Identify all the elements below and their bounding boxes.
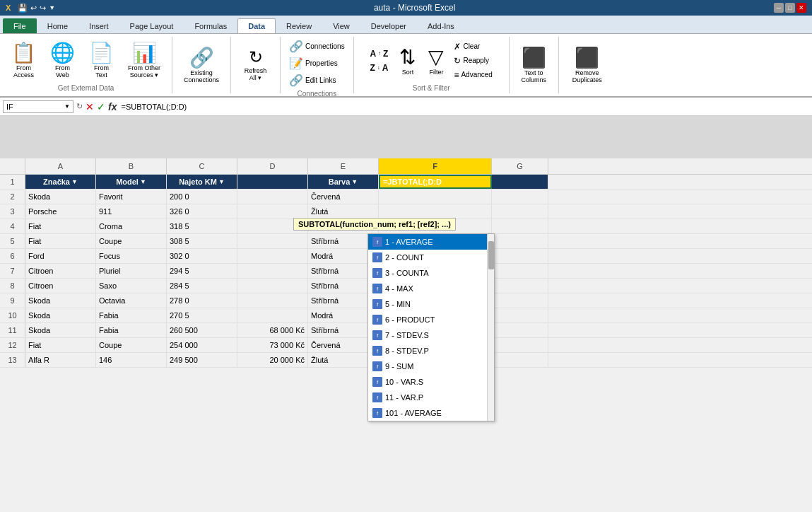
sort-button[interactable]: ⇅ Sort — [394, 42, 421, 78]
tab-view[interactable]: View — [322, 18, 360, 33]
cell-7b[interactable]: Pluriel — [96, 264, 167, 278]
cell-2e[interactable]: Červená — [308, 190, 379, 204]
formula-fx-icon[interactable]: fx — [108, 101, 117, 112]
cell-12b[interactable]: Coupe — [96, 338, 167, 352]
dropdown-item-4-max[interactable]: f 4 - MAX — [368, 281, 487, 296]
tab-review[interactable]: Review — [276, 18, 322, 33]
cell-3g[interactable] — [492, 204, 548, 219]
filter-button[interactable]: ▽ Filter — [423, 42, 449, 78]
cell-13g[interactable] — [492, 353, 548, 367]
cell-1d[interactable] — [237, 175, 308, 189]
cell-2d[interactable] — [237, 190, 308, 204]
model-dropdown-arrow[interactable]: ▼ — [140, 178, 146, 185]
col-header-e[interactable]: E — [308, 158, 379, 174]
dropdown-item-7-stdevs[interactable]: f 7 - STDEV.S — [368, 327, 487, 343]
najeto-dropdown-arrow[interactable]: ▼ — [218, 178, 225, 185]
cell-11c[interactable]: 260 500 — [167, 323, 237, 337]
sort-az-button[interactable]: A↑Z — [367, 47, 391, 60]
cell-9g[interactable] — [492, 293, 548, 308]
dropdown-item-10-vars[interactable]: f 10 - VAR.S — [368, 374, 487, 390]
cell-4g[interactable] — [492, 219, 548, 233]
cell-13c[interactable]: 249 500 — [167, 353, 237, 367]
cell-8b[interactable]: Saxo — [96, 279, 167, 293]
customize-arrow[interactable]: ▼ — [49, 4, 55, 11]
tab-data[interactable]: Data — [237, 18, 276, 33]
from-other-sources-button[interactable]: 📊 From OtherSources ▾ — [122, 38, 166, 81]
cell-2f[interactable] — [379, 190, 492, 204]
col-header-a[interactable]: A — [25, 158, 96, 174]
properties-button[interactable]: 📝 Properties — [286, 55, 348, 71]
cell-5c[interactable]: 308 5 — [167, 234, 237, 248]
dropdown-item-6-product[interactable]: f 6 - PRODUCT — [368, 312, 487, 327]
formula-refresh-icon[interactable]: ↻ — [76, 102, 83, 111]
dropdown-item-2-count[interactable]: f 2 - COUNT — [368, 250, 487, 265]
cell-4b[interactable]: Croma — [96, 219, 167, 233]
cell-1a[interactable]: Značka ▼ — [25, 175, 96, 189]
cell-3b[interactable]: 911 — [96, 204, 167, 219]
cell-1e[interactable]: Barva ▼ — [308, 175, 379, 189]
close-button[interactable]: ✕ — [796, 3, 806, 13]
col-header-g[interactable]: G — [492, 158, 548, 174]
cell-4a[interactable]: Fiat — [25, 219, 96, 233]
cell-10b[interactable]: Fabia — [96, 308, 167, 322]
cell-1g[interactable] — [492, 175, 548, 189]
col-header-b[interactable]: B — [96, 158, 167, 174]
dropdown-item-1-average[interactable]: f 1 - AVERAGE — [368, 234, 487, 250]
clear-button[interactable]: ✗ Clear — [451, 40, 495, 53]
cell-10d[interactable] — [237, 308, 308, 322]
formula-input[interactable] — [119, 101, 809, 112]
cell-2a[interactable]: Skoda — [25, 190, 96, 204]
formula-confirm-icon[interactable]: ✓ — [97, 101, 105, 112]
barva-dropdown-arrow[interactable]: ▼ — [351, 178, 358, 185]
cell-2c[interactable]: 200 0 — [167, 190, 237, 204]
cell-3f[interactable] — [379, 204, 492, 219]
cell-10g[interactable] — [492, 308, 548, 322]
advanced-button[interactable]: ≡ Advanced — [451, 69, 495, 81]
cell-10a[interactable]: Skoda — [25, 308, 96, 322]
quick-access-redo[interactable]: ↪ — [40, 4, 46, 13]
connections-button[interactable]: 🔗 Connections — [286, 38, 348, 54]
cell-2b[interactable]: Favorit — [96, 190, 167, 204]
cell-12g[interactable] — [492, 338, 548, 352]
cell-13a[interactable]: Alfa R — [25, 353, 96, 367]
quick-access-save[interactable]: 💾 — [18, 4, 28, 13]
tab-insert[interactable]: Insert — [78, 18, 119, 33]
cell-6b[interactable]: Focus — [96, 249, 167, 263]
cell-4c[interactable]: 318 5 — [167, 219, 237, 233]
name-box[interactable]: IF ▼ — [3, 100, 73, 113]
cell-9a[interactable]: Skoda — [25, 293, 96, 308]
sort-za-button[interactable]: Z↓A — [367, 62, 391, 74]
tab-file[interactable]: File — [3, 18, 37, 33]
tab-formulas[interactable]: Formulas — [184, 18, 237, 33]
col-header-d[interactable]: D — [237, 158, 308, 174]
cell-3e[interactable]: Žlutá — [308, 204, 379, 219]
col-header-c[interactable]: C — [167, 158, 237, 174]
cell-5d[interactable] — [237, 234, 308, 248]
cell-1b[interactable]: Model ▼ — [96, 175, 167, 189]
dropdown-scrollbar[interactable] — [487, 234, 494, 421]
cell-13d[interactable]: 20 000 Kč — [237, 353, 308, 367]
cell-7a[interactable]: Citroen — [25, 264, 96, 278]
cell-8a[interactable]: Citroen — [25, 279, 96, 293]
dropdown-item-3-counta[interactable]: f 3 - COUNTA — [368, 265, 487, 281]
dropdown-item-5-min[interactable]: f 5 - MIN — [368, 296, 487, 312]
cell-5b[interactable]: Coupe — [96, 234, 167, 248]
cell-1c[interactable]: Najeto KM ▼ — [167, 175, 237, 189]
maximize-button[interactable]: □ — [785, 3, 795, 13]
cell-8d[interactable] — [237, 279, 308, 293]
from-text-button[interactable]: 📄 FromText — [83, 38, 119, 81]
cell-3a[interactable]: Porsche — [25, 204, 96, 219]
reapply-button[interactable]: ↻ Reapply — [451, 54, 495, 67]
minimize-button[interactable]: ─ — [774, 3, 784, 13]
cell-6a[interactable]: Ford — [25, 249, 96, 263]
cell-5a[interactable]: Fiat — [25, 234, 96, 248]
cell-11a[interactable]: Skoda — [25, 323, 96, 337]
quick-access-undo[interactable]: ↩ — [30, 4, 37, 13]
cell-7g[interactable] — [492, 264, 548, 278]
cell-5g[interactable] — [492, 234, 548, 248]
cell-8g[interactable] — [492, 279, 548, 293]
cell-11g[interactable] — [492, 323, 548, 337]
cell-3d[interactable] — [237, 204, 308, 219]
cell-9c[interactable]: 278 0 — [167, 293, 237, 308]
dropdown-item-8-stdevp[interactable]: f 8 - STDEV.P — [368, 343, 487, 359]
